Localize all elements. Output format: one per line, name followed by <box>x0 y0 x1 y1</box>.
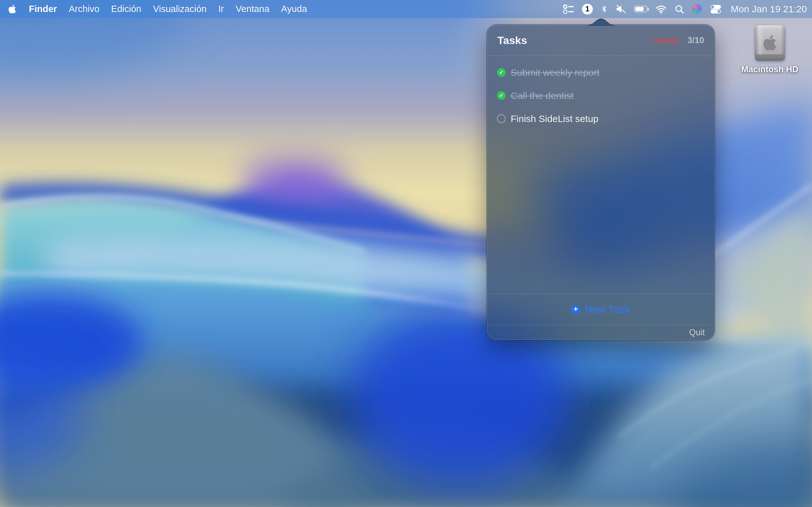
menu-bar-clock[interactable]: Mon Jan 19 21:20 <box>731 4 807 14</box>
tasks-checklist-icon[interactable] <box>563 4 574 14</box>
control-center-icon[interactable] <box>710 4 722 14</box>
bluetooth-icon[interactable] <box>601 4 608 14</box>
menu-item-ventana[interactable]: Ventana <box>236 4 269 14</box>
menu-bar-left: Finder Archivo Edición Visualización Ir … <box>8 4 307 14</box>
panel-header-actions: Limpiar 3/10 <box>651 36 704 45</box>
task-counter: 3/10 <box>687 36 704 45</box>
menu-item-finder[interactable]: Finder <box>29 4 57 14</box>
task-row[interactable]: Submit weekly report <box>487 61 714 84</box>
apple-logo-engraving-icon <box>763 34 776 52</box>
battery-level <box>635 7 644 11</box>
wifi-icon[interactable] <box>655 5 667 14</box>
checkbox-checked-icon[interactable] <box>497 68 506 77</box>
menu-item-ir[interactable]: Ir <box>218 4 224 14</box>
menu-item-visualizacion[interactable]: Visualización <box>153 4 206 14</box>
panel-footer: Quit <box>487 325 714 340</box>
macintosh-hd-desktop-icon[interactable]: Macintosh HD <box>738 25 802 74</box>
quit-button[interactable]: Quit <box>689 328 705 337</box>
plus-icon <box>571 305 580 314</box>
apple-menu[interactable] <box>8 4 16 14</box>
panel-title: Tasks <box>497 34 527 47</box>
drive-bottom-band <box>755 55 785 61</box>
apple-logo-icon <box>8 4 16 14</box>
new-task-label: New Task <box>585 303 629 316</box>
panel-empty-area <box>487 130 714 294</box>
checkbox-checked-icon[interactable] <box>497 91 506 100</box>
battery-icon[interactable] <box>634 6 647 12</box>
menu-item-edicion[interactable]: Edición <box>111 4 141 14</box>
task-label: Call the dentist <box>511 90 573 101</box>
task-label: Finish SideList setup <box>511 113 599 124</box>
menu-item-ayuda[interactable]: Ayuda <box>281 4 307 14</box>
siri-icon[interactable] <box>692 4 702 14</box>
hard-drive-icon <box>755 25 785 61</box>
volume-muted-icon[interactable] <box>616 4 626 14</box>
clear-button[interactable]: Limpiar <box>651 36 679 45</box>
desktop-screen: Finder Archivo Edición Visualización Ir … <box>0 0 812 507</box>
tasks-badge-count[interactable]: 1 <box>582 4 593 14</box>
tasks-panel: Tasks Limpiar 3/10 Submit weekly report … <box>487 25 715 340</box>
menu-bar-status: 1 <box>563 4 807 14</box>
menu-bar: Finder Archivo Edición Visualización Ir … <box>0 0 812 18</box>
task-label: Submit weekly report <box>511 67 600 78</box>
task-list: Submit weekly report Call the dentist Fi… <box>487 56 714 130</box>
volume-label: Macintosh HD <box>738 65 802 74</box>
spotlight-icon[interactable] <box>675 4 684 14</box>
new-task-button[interactable]: New Task <box>487 294 714 325</box>
task-row[interactable]: Call the dentist <box>487 84 714 107</box>
panel-arrow <box>587 18 615 26</box>
battery-nub <box>648 8 649 11</box>
task-row[interactable]: Finish SideList setup <box>487 107 714 130</box>
panel-header: Tasks Limpiar 3/10 <box>487 25 714 55</box>
checkbox-unchecked-icon[interactable] <box>497 114 506 123</box>
menu-item-archivo[interactable]: Archivo <box>69 4 100 14</box>
